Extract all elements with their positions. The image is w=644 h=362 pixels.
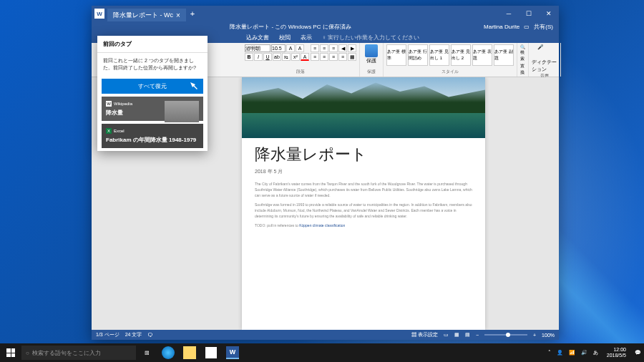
ribbon-tab[interactable]: 表示 [296, 32, 316, 43]
word-icon: W [226, 346, 239, 359]
restore-all-button[interactable]: すべて復元 [102, 79, 203, 94]
ribbon-display-options-icon[interactable]: ▭ [524, 24, 530, 30]
strike-button[interactable]: ab [273, 53, 281, 61]
word-count[interactable]: 24 文字 [125, 331, 142, 338]
align-left-button[interactable]: ≡ [311, 53, 319, 61]
style-item[interactable]: あア亜 行間詰め [408, 44, 428, 66]
read-mode-icon[interactable]: ▭ [444, 332, 449, 338]
folder-icon [183, 346, 196, 359]
tray-chevron-icon[interactable]: ˄ [548, 350, 551, 356]
doc-heading: 降水量レポート [255, 144, 472, 165]
align-center-button[interactable]: ≡ [320, 53, 328, 61]
card-thumbnail [165, 101, 199, 122]
close-tab-icon[interactable]: × [176, 11, 180, 19]
task-view-button[interactable]: ⊞ [136, 343, 157, 362]
numbering-button[interactable]: ≡ [320, 44, 328, 52]
volume-icon[interactable]: 🔊 [581, 350, 587, 356]
store-app[interactable] [200, 343, 222, 362]
user-name[interactable]: Martina Durite [484, 24, 519, 30]
inc-indent-button[interactable]: ▶ [348, 44, 356, 52]
popup-title: 前回のタブ [97, 36, 208, 53]
tell-me-search[interactable]: ♀ 実行したい作業を入力してください [318, 32, 424, 43]
bullets-button[interactable]: ≡ [311, 44, 319, 52]
microphone-icon: 🎤 [537, 44, 552, 59]
shading-button[interactable]: ▦ [348, 53, 356, 61]
taskbar-search[interactable]: ○ 検索する語句をここに入力 [21, 346, 136, 360]
style-item[interactable]: あア亜 副題 [494, 44, 514, 66]
print-layout-icon[interactable]: ▦ [454, 332, 459, 338]
increase-font-icon[interactable]: A [286, 44, 295, 52]
doc-link[interactable]: Köppen climate classification [299, 223, 345, 228]
taskbar: ○ 検索する語句をここに入力 ⊞ W ˄ 👤 📶 🔊 あ 12:00 2018/… [0, 343, 644, 362]
action-center-icon[interactable]: 💬 [635, 350, 641, 356]
find-button[interactable]: 🔍 検索 [520, 44, 525, 62]
popup-card-wikipedia[interactable]: WWikipedia 降水量 [102, 97, 203, 121]
doc-body: The City of Fabrikam's water comes from … [255, 181, 472, 228]
underline-button[interactable]: U [263, 53, 272, 61]
tab-title: 降水量レポート - Wc [113, 11, 173, 20]
excel-icon: X [106, 128, 112, 134]
card-title: Fabrikam の年間降水量 1948-1979 [106, 136, 199, 144]
start-button[interactable] [0, 343, 21, 362]
justify-button[interactable]: ≡ [338, 53, 347, 61]
word-app[interactable]: W [222, 343, 243, 362]
replace-button[interactable]: 置換 [520, 63, 525, 76]
align-right-button[interactable]: ≡ [329, 53, 338, 61]
group-label: 保護 [367, 69, 376, 75]
cortana-icon: ○ [26, 350, 29, 356]
shield-icon [365, 44, 378, 57]
zoom-out-button[interactable]: − [476, 333, 479, 338]
clock[interactable]: 12:00 2018/5/5 [604, 347, 629, 358]
page-count[interactable]: 1/3 ページ [96, 331, 119, 338]
network-icon[interactable]: 📶 [569, 350, 575, 356]
popup-card-excel[interactable]: XExcel Fabrikam の年間降水量 1948-1979 [102, 124, 203, 148]
multilevel-button[interactable]: ≡ [329, 44, 338, 52]
ribbon-tab[interactable]: 込み文書 [242, 32, 273, 43]
edge-icon [162, 346, 175, 359]
sup-button[interactable]: x² [291, 53, 300, 61]
wikipedia-icon: W [106, 101, 112, 107]
style-item[interactable]: あア亜 標準 [386, 44, 406, 66]
document-tab[interactable]: 降水量レポート - Wc × [107, 9, 186, 21]
ribbon-tab[interactable]: 校閲 [275, 32, 295, 43]
zoom-in-button[interactable]: + [533, 333, 536, 338]
close-window-button[interactable]: ✕ [539, 6, 559, 21]
maximize-button[interactable]: ☐ [519, 6, 539, 21]
previous-tabs-popup: 前回のタブ 前回これと一緒に 2 つのタブを開きました。前回終了した位置から再開… [97, 36, 208, 151]
italic-button[interactable]: I [254, 53, 263, 61]
dec-indent-button[interactable]: ◀ [338, 44, 347, 52]
style-item[interactable]: あア亜 見出し 2 [451, 44, 471, 66]
store-icon [205, 347, 217, 358]
protect-button[interactable]: 保護 [363, 44, 380, 64]
document-title: 降水量レポート - この Windows PC に保存済み [230, 23, 351, 31]
titlebar: W 降水量レポート - Wc × + ─ ☐ ✕ [92, 6, 559, 21]
dictation-button[interactable]: 🎤 ディクテーション [532, 44, 557, 73]
display-settings[interactable]: ▦ 表示設定 [411, 331, 438, 338]
font-color-button[interactable]: A [301, 53, 309, 61]
zoom-level[interactable]: 100% [542, 333, 555, 338]
people-icon[interactable]: 👤 [557, 350, 563, 356]
hero-image [242, 77, 485, 138]
bold-button[interactable]: B [245, 53, 253, 61]
share-button[interactable]: 共有(S) [534, 23, 553, 31]
explorer-app[interactable] [179, 343, 200, 362]
status-bar: 1/3 ページ 24 文字 🗨 ▦ 表示設定 ▭ ▦ ▤ − + 100% [92, 330, 559, 340]
document-page[interactable]: 降水量レポート 2018 年 5 月 The City of Fabrikam'… [242, 77, 485, 330]
font-name-select[interactable] [245, 44, 270, 52]
style-item[interactable]: あア亜 見出し 1 [429, 44, 449, 66]
zoom-slider[interactable] [484, 334, 527, 336]
minimize-button[interactable]: ─ [499, 6, 519, 21]
style-item[interactable]: あア亜 表題 [472, 44, 492, 66]
windows-icon [6, 348, 15, 357]
edge-app[interactable] [157, 343, 179, 362]
new-tab-button[interactable]: + [186, 9, 199, 18]
group-label: 段落 [296, 69, 305, 75]
language-status[interactable]: 🗨 [147, 333, 152, 338]
font-size-select[interactable] [271, 44, 286, 52]
decrease-font-icon[interactable]: A [296, 44, 304, 52]
ime-icon[interactable]: あ [593, 349, 598, 356]
sub-button[interactable]: x₂ [282, 53, 291, 61]
system-tray: ˄ 👤 📶 🔊 あ 12:00 2018/5/5 💬 [548, 347, 644, 358]
popup-message: 前回これと一緒に 2 つのタブを開きました。前回終了した位置から再開しますか? [97, 53, 208, 76]
web-layout-icon[interactable]: ▤ [465, 332, 470, 338]
